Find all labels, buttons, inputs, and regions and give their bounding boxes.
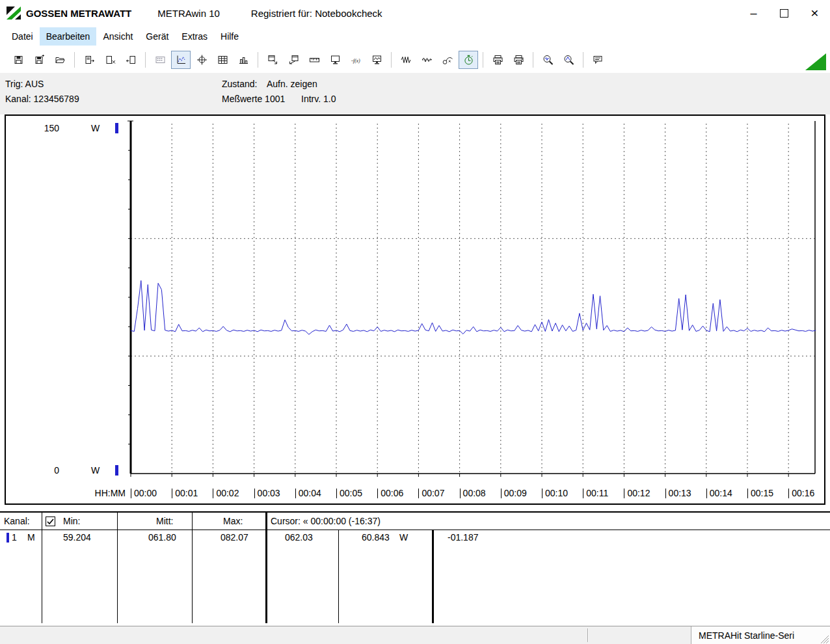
corner-triangle-icon [805, 53, 826, 70]
cell-cursor2: 60.843 [362, 532, 390, 543]
monitor-view-icon[interactable] [325, 51, 345, 69]
x-tick-label: 00:01 [172, 488, 198, 498]
x-tick-label: 00:10 [542, 488, 568, 498]
x-tick-label: 00:12 [624, 488, 650, 498]
y-axis-unit-top: W [91, 123, 100, 133]
col-header-kanal: Kanal: [4, 516, 30, 526]
monitor-values-icon[interactable] [367, 51, 386, 69]
y-axis-min-label: 0 [37, 465, 59, 476]
device-write-icon[interactable] [121, 51, 141, 69]
x-tick-label: 00:04 [295, 488, 321, 498]
print-report-icon[interactable] [509, 51, 528, 69]
menu-bearbeiten[interactable]: Bearbeiten [40, 27, 97, 46]
menu-bar: DateiBearbeitenAnsichtGerätExtrasHilfe [0, 26, 830, 46]
chart-panel: 150 W 0 W HH:MM 00:0000:0100:0200:0300:0… [5, 114, 825, 505]
x-tick-label: 00:06 [377, 488, 403, 498]
toolbar-separator [483, 52, 483, 68]
status-bar: METRAHit Starline-Seri [0, 626, 830, 644]
toolbar-separator [533, 52, 533, 68]
close-button[interactable]: × [799, 0, 830, 26]
device-name: METRAHit Starline-Seri [699, 630, 794, 641]
menu-extras[interactable]: Extras [175, 27, 214, 46]
toolbar-separator [145, 52, 146, 68]
open-file-icon[interactable] [50, 51, 70, 69]
probe-wave-icon[interactable] [438, 51, 457, 69]
title-bar: GOSSEN METRAWATT METRAwin 10 Registriert… [0, 0, 830, 26]
toolbar-separator [583, 52, 583, 68]
toolbar-separator [391, 52, 392, 68]
channel-marker-top [115, 123, 118, 133]
x-tick-label: 00:02 [213, 488, 239, 498]
x-tick-label: 00:05 [336, 488, 362, 498]
menu-hilfe[interactable]: Hilfe [214, 27, 245, 46]
maximize-icon [780, 9, 788, 18]
line-chart-view-icon[interactable] [171, 51, 191, 69]
table-header-divider [0, 530, 830, 530]
channel-visible-checkbox[interactable] [46, 517, 55, 526]
check-icon [47, 518, 54, 525]
annotation-icon[interactable] [588, 51, 608, 69]
menu-ansicht[interactable]: Ansicht [96, 27, 139, 46]
svg-text:-f(x): -f(x) [351, 57, 360, 63]
x-tick-label: 00:09 [501, 488, 527, 498]
window-import-icon[interactable] [284, 51, 303, 69]
scale-settings-icon[interactable] [304, 51, 324, 69]
x-tick-label: 00:11 [583, 488, 608, 498]
x-tick-label: 00:03 [254, 488, 280, 498]
state-label: Zustand: [222, 79, 257, 89]
x-tick-label: 00:16 [788, 488, 814, 498]
wave-filter-icon[interactable] [417, 51, 436, 69]
cell-cursor1: 062.03 [285, 532, 313, 543]
cell-max: 082.07 [221, 532, 248, 543]
histogram-view-icon[interactable] [234, 51, 253, 69]
y-axis-unit-bottom: W [91, 465, 100, 476]
x-tick-label: 00:08 [460, 488, 486, 498]
x-tick-label: 00:13 [665, 488, 691, 498]
col-header-max: Max: [223, 516, 243, 526]
channel-marker-bottom [115, 465, 118, 476]
cell-mode: M [27, 532, 35, 543]
statusbar-divider [587, 628, 589, 642]
app-title: METRAwin 10 [157, 8, 220, 19]
cell-delta: -01.187 [448, 532, 478, 543]
trigger-status: Trig: AUS [5, 79, 44, 89]
zoom-wave-icon[interactable] [538, 51, 557, 69]
chart-plot-area[interactable] [127, 120, 820, 481]
interval-timer-icon[interactable] [459, 51, 478, 69]
device-read-icon[interactable] [79, 51, 99, 69]
col-header-min: Min: [63, 516, 80, 526]
save-as-icon[interactable] [29, 51, 49, 69]
x-tick-label: 00:07 [418, 488, 444, 498]
menu-geraet[interactable]: Gerät [139, 27, 175, 46]
save-icon[interactable] [8, 51, 28, 69]
col-header-cursor: Cursor: « 00:00:00 (-16:37) [271, 516, 381, 526]
channel-color-bar [7, 533, 9, 543]
window-export-icon[interactable] [263, 51, 282, 69]
wave-view-icon[interactable] [396, 51, 416, 69]
measurement-table: Kanal: Min: Mitt: Max: Cursor: « 00:00:0… [0, 511, 830, 623]
registration-text: Registriert für: Notebookcheck [251, 8, 382, 19]
print-icon[interactable] [488, 51, 507, 69]
cell-min: 59.204 [63, 532, 91, 543]
toolbar-separator [74, 52, 75, 68]
x-tick-label: 00:14 [706, 488, 732, 498]
table-divider-thick [432, 530, 434, 623]
cell-channel: 1 [12, 532, 17, 543]
window-controls: – × [738, 0, 830, 26]
state-value: Aufn. zeigen [267, 79, 317, 89]
resize-grip[interactable] [820, 634, 829, 644]
keypad-icon[interactable] [150, 51, 170, 69]
device-clear-icon[interactable] [100, 51, 120, 69]
toolbar: -f(x) [0, 46, 830, 73]
menu-datei[interactable]: Datei [5, 27, 40, 46]
maximize-button[interactable] [769, 0, 799, 26]
minimize-button[interactable]: – [738, 0, 769, 26]
formula-fx-icon[interactable]: -f(x) [346, 51, 366, 69]
table-view-icon[interactable] [213, 51, 232, 69]
xy-view-icon[interactable] [192, 51, 211, 69]
status-info-panel: Trig: AUS Kanal: 123456789 Zustand: Aufn… [0, 73, 830, 114]
app-logo-icon [7, 7, 21, 20]
col-header-mitt: Mitt: [156, 516, 173, 526]
zoom-peak-icon[interactable] [559, 51, 578, 69]
x-tick-label: 00:00 [131, 488, 157, 498]
